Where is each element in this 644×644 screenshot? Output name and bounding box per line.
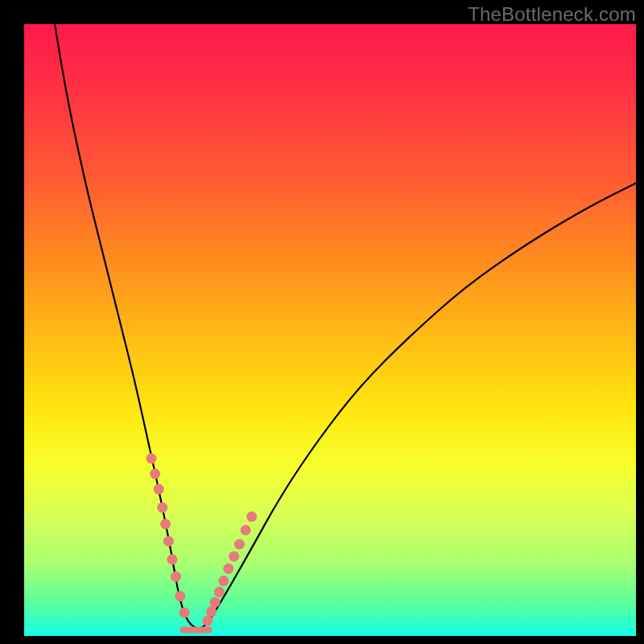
marker-dot	[246, 511, 257, 522]
marker-dot	[214, 587, 225, 597]
marker-dot	[234, 539, 245, 550]
marker-dot	[241, 525, 251, 535]
marker-dot	[171, 572, 181, 582]
marker-dot	[147, 453, 157, 464]
chart-svg	[24, 24, 636, 636]
marker-dot	[206, 606, 217, 617]
marker-dot	[160, 518, 171, 529]
marker-dot	[157, 502, 167, 513]
marker-dot	[150, 469, 160, 479]
chart-frame: TheBottleneck.com	[0, 0, 644, 644]
bottleneck-curve	[55, 24, 636, 629]
marker-dot	[163, 536, 174, 547]
marker-dot	[203, 616, 213, 626]
marker-dot	[180, 608, 190, 618]
marker-dot	[167, 555, 177, 565]
marker-dot	[175, 591, 185, 601]
marker-dot	[223, 564, 233, 574]
plot-area	[24, 24, 636, 636]
marker-dot	[154, 484, 164, 494]
marker-dot	[210, 597, 221, 608]
marker-dot	[229, 551, 239, 562]
marker-dot	[218, 576, 229, 586]
watermark-text: TheBottleneck.com	[468, 3, 636, 26]
markers-right	[203, 511, 258, 625]
